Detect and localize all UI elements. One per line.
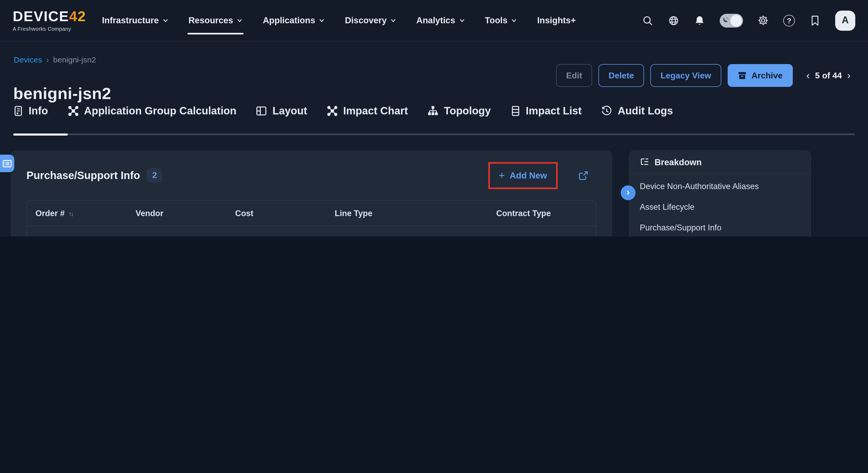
main-menu: Infrastructure Resources Applications Di… bbox=[102, 15, 576, 25]
tab-info[interactable]: Info bbox=[13, 105, 48, 117]
breakdown-tree-icon bbox=[640, 158, 649, 166]
chevron-down-icon bbox=[511, 18, 517, 23]
tab-topology[interactable]: Topology bbox=[428, 105, 491, 117]
tab-impact-chart[interactable]: Impact Chart bbox=[327, 105, 408, 117]
document-icon bbox=[13, 105, 23, 117]
active-tab-indicator bbox=[13, 133, 68, 135]
breakdown-item-asset-lifecycle[interactable]: Asset Lifecycle bbox=[640, 196, 800, 217]
nav-item-applications[interactable]: Applications bbox=[263, 15, 325, 25]
breakdown-panel: Breakdown Device Non-Authoritative Alias… bbox=[629, 151, 811, 236]
chevron-down-icon bbox=[390, 18, 396, 23]
layout-icon bbox=[256, 106, 267, 116]
column-cost: Cost bbox=[235, 209, 335, 218]
breakdown-item-purchase-support-info[interactable]: Purchase/Support Info bbox=[640, 217, 800, 236]
search-icon[interactable] bbox=[642, 14, 653, 26]
device-tabs: Info Application Group Calculation Layou… bbox=[13, 105, 868, 117]
tab-application-group-calculation[interactable]: Application Group Calculation bbox=[67, 105, 237, 117]
open-external-icon[interactable] bbox=[577, 169, 589, 181]
moon-icon bbox=[722, 16, 729, 23]
history-clock-icon bbox=[601, 105, 613, 117]
app-group-icon bbox=[67, 105, 79, 117]
nav-item-analytics[interactable]: Analytics bbox=[416, 15, 465, 25]
archive-button[interactable]: Archive bbox=[728, 64, 793, 87]
purchase-table: Order #↑↓ Vendor Cost Line Type Contract… bbox=[27, 200, 596, 236]
archive-icon bbox=[738, 71, 747, 80]
plus-icon: + bbox=[499, 169, 505, 181]
bookmark-icon[interactable] bbox=[809, 14, 821, 26]
prev-device-icon[interactable]: ‹ bbox=[806, 70, 810, 81]
breadcrumb: Devices › benigni-jsn2 bbox=[14, 55, 96, 64]
nav-item-insights[interactable]: Insights+ bbox=[537, 15, 576, 25]
legacy-view-button[interactable]: Legacy View bbox=[650, 64, 721, 87]
breakdown-title: Breakdown bbox=[655, 157, 702, 167]
globe-icon[interactable] bbox=[668, 14, 679, 26]
next-device-icon[interactable]: › bbox=[847, 70, 850, 81]
purchase-row-1: 411904390 Dell Contract Service ✕ + bbox=[27, 226, 596, 236]
purchase-section-header: Purchase/Support Info 2 + Add New bbox=[10, 151, 612, 200]
sort-icon[interactable]: ↑↓ bbox=[68, 210, 73, 217]
nav-item-infrastructure[interactable]: Infrastructure bbox=[102, 15, 168, 25]
breadcrumb-devices-link[interactable]: Devices bbox=[14, 55, 42, 64]
nav-item-tools[interactable]: Tools bbox=[485, 15, 517, 25]
theme-toggle[interactable] bbox=[720, 13, 743, 27]
purchase-support-info-section: Purchase/Support Info 2 + Add New Order … bbox=[10, 151, 612, 236]
tab-impact-list[interactable]: Impact List bbox=[510, 105, 582, 117]
nav-item-discovery[interactable]: Discovery bbox=[345, 15, 396, 25]
topology-icon bbox=[428, 105, 439, 117]
logo-text-main: DEVICE bbox=[13, 8, 69, 24]
column-order[interactable]: Order # bbox=[35, 209, 65, 217]
nav-utilities: ? A bbox=[642, 10, 855, 30]
list-icon bbox=[3, 160, 12, 167]
chevron-down-icon bbox=[459, 18, 465, 23]
impact-chart-icon bbox=[327, 105, 338, 117]
chevron-down-icon bbox=[319, 18, 325, 23]
tab-track bbox=[13, 133, 855, 135]
column-vendor: Vendor bbox=[135, 209, 235, 218]
logo-wordmark: DEVICE42 bbox=[13, 9, 86, 24]
tab-layout[interactable]: Layout bbox=[256, 105, 307, 117]
purchase-section-title: Purchase/Support Info bbox=[27, 169, 140, 181]
toggle-knob bbox=[730, 14, 742, 26]
purchase-table-header: Order #↑↓ Vendor Cost Line Type Contract… bbox=[27, 201, 596, 226]
logo-text-accent: 42 bbox=[69, 8, 86, 24]
device42-app: DEVICE42 A Freshworks Company Infrastruc… bbox=[0, 0, 868, 236]
settings-gear-icon[interactable] bbox=[757, 14, 769, 26]
chevron-down-icon bbox=[163, 18, 168, 23]
pagination-label: 5 of 44 bbox=[815, 71, 842, 80]
purchase-count-badge: 2 bbox=[147, 168, 162, 183]
section-nav-flyout-tab[interactable] bbox=[0, 155, 14, 172]
breakdown-item-device-non-authoritative-aliases[interactable]: Device Non-Authoritative Aliases bbox=[640, 176, 800, 196]
nav-item-resources[interactable]: Resources bbox=[189, 15, 243, 25]
column-line-type: Line Type bbox=[335, 209, 496, 218]
device-actions: Edit Delete Legacy View Archive ‹ 5 of 4… bbox=[556, 64, 850, 87]
device42-logo[interactable]: DEVICE42 A Freshworks Company bbox=[13, 9, 86, 32]
purchase-add-new-button[interactable]: + Add New bbox=[499, 169, 547, 181]
user-avatar[interactable]: A bbox=[835, 10, 855, 30]
chevron-down-icon bbox=[237, 18, 243, 23]
device-pagination: ‹ 5 of 44 › bbox=[806, 70, 850, 81]
page-title: benigni-jsn2 bbox=[13, 84, 111, 103]
sidebar-expand-button[interactable]: › bbox=[621, 185, 636, 200]
breadcrumb-separator: › bbox=[46, 55, 49, 64]
logo-tagline: A Freshworks Company bbox=[13, 26, 86, 32]
delete-button[interactable]: Delete bbox=[598, 64, 644, 87]
tab-audit-logs[interactable]: Audit Logs bbox=[601, 105, 673, 117]
breadcrumb-current: benigni-jsn2 bbox=[53, 55, 96, 64]
impact-list-icon bbox=[510, 105, 521, 117]
column-contract-type: Contract Type bbox=[496, 209, 597, 218]
notifications-bell-icon[interactable] bbox=[694, 14, 705, 26]
help-icon[interactable]: ? bbox=[783, 14, 795, 26]
annotation-highlight-box: + Add New bbox=[488, 162, 558, 189]
top-navigation-bar: DEVICE42 A Freshworks Company Infrastruc… bbox=[0, 0, 868, 41]
edit-button[interactable]: Edit bbox=[556, 64, 592, 87]
